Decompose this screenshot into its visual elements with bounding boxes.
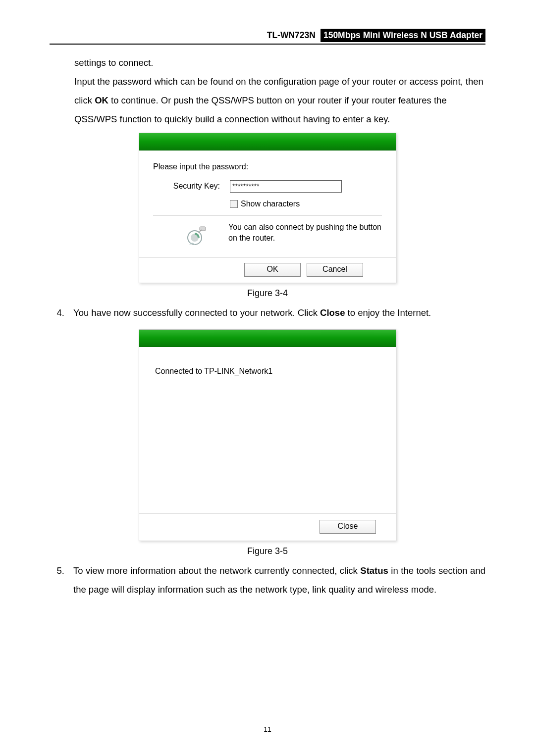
item5-text: To view more information about the netwo… — [73, 561, 485, 599]
connected-dialog: Connected to TP-LINK_Network1 Close — [139, 329, 396, 541]
bold-status: Status — [360, 565, 388, 576]
bold-ok: OK — [95, 95, 108, 105]
bold-close: Close — [320, 307, 345, 318]
connected-text: Connected to TP-LINK_Network1 — [155, 367, 380, 376]
page-number: 11 — [0, 725, 535, 733]
password-prompt: Please input the password: — [153, 162, 382, 171]
list-number-4: 4. — [50, 303, 73, 322]
dialog-titlebar — [139, 330, 396, 347]
password-dialog: Please input the password: Security Key:… — [139, 133, 396, 283]
cancel-button[interactable]: Cancel — [307, 263, 363, 277]
divider — [153, 215, 382, 216]
item4-text: You have now successfully connected to y… — [73, 303, 485, 322]
svg-rect-2 — [200, 227, 206, 231]
list-number-5: 5. — [50, 561, 73, 599]
ok-button[interactable]: OK — [244, 263, 301, 277]
wps-hint-text: You can also connect by pushing the butt… — [228, 222, 382, 244]
figure-3-4-caption: Figure 3-4 — [50, 288, 485, 299]
show-characters-label: Show characters — [241, 200, 300, 208]
product-subtitle: 150Mbps Mini Wireless N USB Adapter — [321, 29, 485, 42]
paragraph-password-instruction: Input the password which can be found on… — [74, 72, 485, 129]
close-button[interactable]: Close — [320, 520, 376, 534]
security-key-label: Security Key: — [153, 182, 230, 191]
dialog-titlebar — [139, 133, 396, 151]
figure-3-5-caption: Figure 3-5 — [50, 546, 485, 556]
security-key-input[interactable]: ********** — [230, 180, 342, 193]
wps-router-icon — [183, 222, 210, 249]
model-number: TL-WN723N — [267, 30, 321, 41]
page-header: TL-WN723N 150Mbps Mini Wireless N USB Ad… — [50, 29, 485, 45]
show-characters-checkbox[interactable] — [230, 200, 238, 208]
text-after-ok: to continue. Or push the QSS/WPS button … — [74, 95, 447, 124]
paragraph-settings: settings to connect. — [74, 53, 485, 72]
